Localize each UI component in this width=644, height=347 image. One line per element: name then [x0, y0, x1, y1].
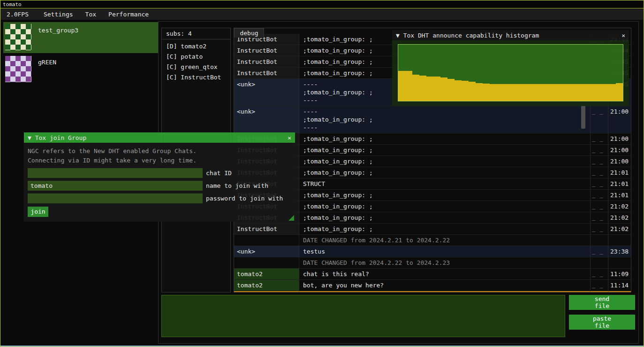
group-list-item[interactable]: test_group3 — [3, 22, 158, 53]
join-field-input[interactable] — [28, 168, 203, 178]
message-row[interactable]: tomato2 chat is this real? _ _ 11:09 — [234, 269, 631, 280]
message-row[interactable]: <unk> ---- ;tomato_in_group: ; ---- _ _ … — [234, 106, 631, 133]
message-receipt-marks — [590, 235, 608, 246]
message-sender: <unk> — [234, 79, 299, 106]
group-name: gREEN — [38, 59, 56, 66]
join-field-row: chat ID — [28, 168, 291, 178]
histogram-bar — [497, 84, 504, 101]
join-field-label: password to join with — [206, 195, 283, 202]
message-receipt-marks: _ _ — [590, 201, 608, 212]
message-text: ;tomato_in_group: ; — [299, 212, 590, 223]
histogram-bar — [553, 84, 560, 101]
menu-item[interactable]: 2.0FPS — [0, 9, 35, 20]
group-avatar — [5, 24, 31, 50]
message-row[interactable]: tomato2 bot, are you new here? _ _ 11:14 — [234, 280, 631, 291]
group-list: test_group3 gREEN — [3, 22, 158, 86]
histogram-bar — [616, 83, 623, 101]
join-field-input[interactable]: tomato — [28, 181, 203, 191]
message-text: DATE CHANGED from 2024.2.22 to 2024.2.23 — [299, 257, 590, 268]
histogram-bar — [560, 84, 567, 101]
message-receipt-marks: _ _ — [590, 280, 608, 291]
message-sender: InstructBot — [234, 224, 299, 234]
message-timestamp — [608, 257, 631, 268]
message-receipt-marks: _ _ — [590, 106, 608, 133]
message-timestamp — [608, 235, 631, 246]
os-titlebar[interactable]: tomato — [0, 0, 644, 8]
tab-debug[interactable]: debug — [234, 28, 264, 38]
histogram-bar — [490, 84, 497, 101]
histogram-bar — [412, 75, 419, 101]
join-group-body: NGC refers to the New DHT enabled Group … — [24, 143, 295, 222]
message-receipt-marks: _ _ — [590, 178, 608, 189]
subscribers-header: subs: 4 — [162, 28, 230, 39]
histogram-bar — [524, 84, 531, 101]
resize-grip[interactable] — [288, 215, 294, 221]
histogram-bar — [517, 84, 524, 101]
message-text: ;tomato_in_group: ; — [299, 190, 590, 200]
message-text: chat is this real? — [299, 269, 590, 279]
dht-histogram-window: ▼ Tox DHT announce capability histogram … — [392, 30, 629, 106]
dht-histogram-body — [392, 40, 629, 106]
message-timestamp: 21:00 — [608, 156, 631, 167]
dht-histogram-titlebar[interactable]: ▼ Tox DHT announce capability histogram … — [392, 30, 629, 40]
message-text: ;tomato_in_group: ; — [299, 133, 590, 144]
message-timestamp: 21:02 — [608, 224, 631, 234]
message-receipt-marks: _ _ — [590, 145, 608, 155]
join-field-label: chat ID — [206, 170, 232, 177]
dht-histogram-plot — [398, 44, 623, 101]
message-timestamp: 11:15 — [608, 291, 631, 293]
message-sender: tomato2 — [234, 269, 299, 279]
join-group-titlebar[interactable]: ▼ Tox join Group × — [24, 132, 295, 143]
subscribers-list: [D] tomato2 [C] potato [C] green_qtox [C… — [162, 39, 230, 85]
message-row[interactable]: DATE CHANGED from 2024.2.22 to 2024.2.23 — [234, 257, 631, 269]
message-row[interactable]: InstructBot No, I've been in this group … — [234, 291, 631, 293]
join-info-text: Connecting via ID might take a very long… — [28, 156, 291, 165]
message-row[interactable]: DATE CHANGED from 2024.2.21 to 2024.2.22 — [234, 235, 631, 246]
histogram-bar — [602, 84, 609, 101]
histogram-bar — [538, 84, 546, 101]
histogram-bar — [546, 84, 553, 101]
menu-item[interactable]: Performance — [102, 9, 155, 20]
join-field-input[interactable] — [28, 193, 203, 203]
close-icon[interactable]: × — [618, 32, 625, 39]
message-text: ;tomato_in_group: ; — [299, 156, 590, 167]
message-text: ---- ;tomato_in_group: ; ---- — [299, 106, 590, 133]
join-info-text: NGC refers to the New DHT enabled Group … — [28, 147, 291, 156]
message-row[interactable]: <unk> testus _ _ 23:38 — [234, 246, 631, 257]
chat-scrollbar[interactable] — [581, 105, 585, 129]
menu-item[interactable]: Settings — [38, 9, 79, 20]
message-text: bot, are you new here? — [299, 280, 590, 291]
paste-file-button[interactable]: paste file — [569, 315, 635, 330]
message-sender: InstructBot — [234, 68, 299, 78]
menu-item[interactable]: Tox — [79, 9, 102, 20]
message-row[interactable]: InstructBot ;tomato_in_group: ; _ _ 21:0… — [234, 224, 631, 235]
join-button[interactable]: join — [28, 207, 48, 217]
group-list-item[interactable]: gREEN — [3, 54, 158, 85]
join-group-window: ▼ Tox join Group × NGC refers to the New… — [24, 132, 295, 222]
message-sender: <unk> — [234, 106, 299, 133]
histogram-bar — [483, 84, 490, 101]
join-field-label: name to join with — [206, 182, 268, 189]
message-timestamp: 21:02 — [608, 212, 631, 223]
subscriber-item[interactable]: [C] potato — [162, 52, 230, 62]
group-avatar — [5, 56, 31, 82]
close-icon[interactable]: × — [284, 134, 291, 141]
message-input[interactable] — [161, 295, 565, 337]
message-sender: InstructBot — [234, 56, 299, 67]
histogram-bar — [469, 82, 476, 101]
send-file-button[interactable]: send file — [569, 295, 635, 310]
message-receipt-marks: _ _ — [590, 224, 608, 234]
message-text: ;tomato_in_group: ; — [299, 145, 590, 155]
message-sender — [234, 235, 299, 246]
histogram-bar — [405, 71, 412, 101]
subscriber-item[interactable]: [C] InstructBot — [162, 72, 230, 83]
message-text: STRUCT — [299, 178, 590, 189]
message-receipt-marks: _ _ — [590, 246, 608, 257]
histogram-bar — [595, 84, 602, 101]
subscriber-item[interactable]: [D] tomato2 — [162, 41, 230, 52]
histogram-bar — [462, 81, 469, 101]
histogram-bar — [476, 83, 483, 101]
subscriber-item[interactable]: [C] green_qtox — [162, 62, 230, 72]
message-sender: tomato2 — [234, 280, 299, 291]
message-receipt-marks — [590, 257, 608, 268]
